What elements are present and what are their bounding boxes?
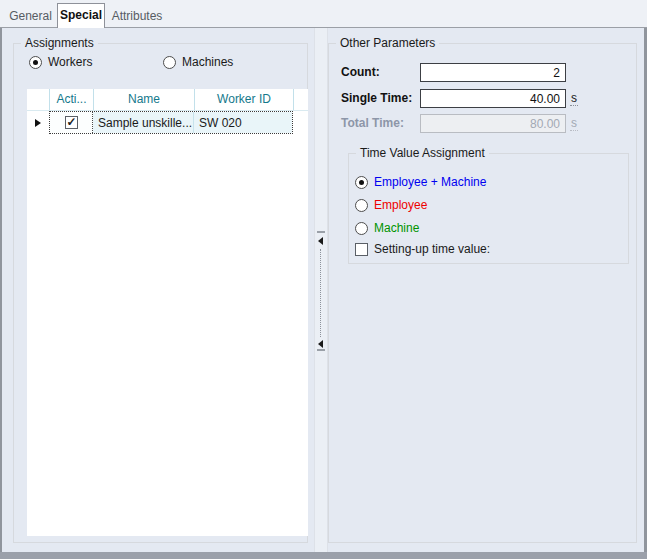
total-time-unit: s (570, 116, 578, 131)
setup-time-checkbox-label: Setting-up time value: (374, 242, 490, 256)
table-row[interactable]: Sample unskille... SW 020 (27, 111, 308, 134)
employee-radio[interactable]: Employee (355, 198, 427, 212)
workers-radio[interactable]: Workers (29, 55, 92, 69)
vertical-splitter[interactable] (314, 28, 328, 552)
other-parameters-groupbox: Other Parameters Count: Single Time: s T… (328, 43, 637, 543)
setup-time-checkbox-row[interactable]: Setting-up time value: (355, 242, 490, 256)
splitter-dotted-track (320, 249, 321, 337)
single-time-unit[interactable]: s (570, 91, 578, 106)
time-value-assignment-groupbox: Time Value Assignment Employee + Machine… (348, 153, 629, 264)
workers-grid-header: Acti... Name Worker ID (27, 89, 308, 111)
row-selector-cell[interactable] (27, 111, 49, 134)
employee-machine-radio-label: Employee + Machine (374, 175, 486, 189)
assignments-title: Assignments (21, 36, 98, 50)
tab-attributes[interactable]: Attributes (106, 5, 168, 27)
workers-grid[interactable]: Acti... Name Worker ID Sample unskille..… (27, 89, 308, 536)
window-border-bottom (0, 552, 647, 559)
tab-special[interactable]: Special (57, 3, 105, 28)
workers-radio-label: Workers (48, 55, 92, 69)
grid-corner-cell (27, 89, 49, 110)
column-header-name[interactable]: Name (93, 89, 194, 110)
window-border-left (0, 28, 2, 559)
radio-circle-icon (163, 56, 176, 69)
radio-circle-icon (355, 176, 368, 189)
special-tab-dialog: General Special Attributes Assignments W… (0, 0, 647, 559)
other-parameters-title: Other Parameters (336, 36, 439, 50)
setup-time-checkbox[interactable] (355, 243, 368, 256)
active-checkbox[interactable] (65, 116, 78, 129)
radio-circle-icon (355, 222, 368, 235)
active-cell[interactable] (50, 112, 93, 133)
employee-radio-label: Employee (374, 198, 427, 212)
count-label: Count: (341, 65, 380, 79)
column-header-worker-id[interactable]: Worker ID (194, 89, 293, 110)
time-value-assignment-title: Time Value Assignment (356, 146, 489, 160)
employee-machine-radio[interactable]: Employee + Machine (355, 175, 486, 189)
machine-radio[interactable]: Machine (355, 221, 419, 235)
total-time-input (420, 114, 566, 133)
machines-radio[interactable]: Machines (163, 55, 233, 69)
single-time-input[interactable] (420, 89, 566, 108)
name-cell[interactable]: Sample unskille... (93, 112, 193, 133)
selected-row-cells: Sample unskille... SW 020 (49, 111, 293, 134)
total-time-label: Total Time: (341, 116, 404, 130)
single-time-label: Single Time: (341, 91, 412, 105)
splitter-collapse-arrow-icon[interactable] (318, 340, 323, 348)
count-input[interactable] (420, 63, 566, 82)
column-header-active[interactable]: Acti... (49, 89, 93, 110)
assignments-groupbox: Assignments Workers Machines Acti... Nam… (13, 43, 308, 543)
machines-radio-label: Machines (182, 55, 233, 69)
splitter-collapse-arrow-icon[interactable] (318, 237, 323, 245)
current-row-arrow-icon (35, 119, 41, 127)
worker-id-cell[interactable]: SW 020 (193, 112, 292, 133)
radio-circle-icon (29, 56, 42, 69)
splitter-dash-top (317, 231, 325, 233)
column-header-filler (293, 89, 308, 110)
machine-radio-label: Machine (374, 221, 419, 235)
radio-circle-icon (355, 199, 368, 212)
tab-general[interactable]: General (3, 5, 58, 27)
splitter-dash-bottom (317, 349, 325, 351)
